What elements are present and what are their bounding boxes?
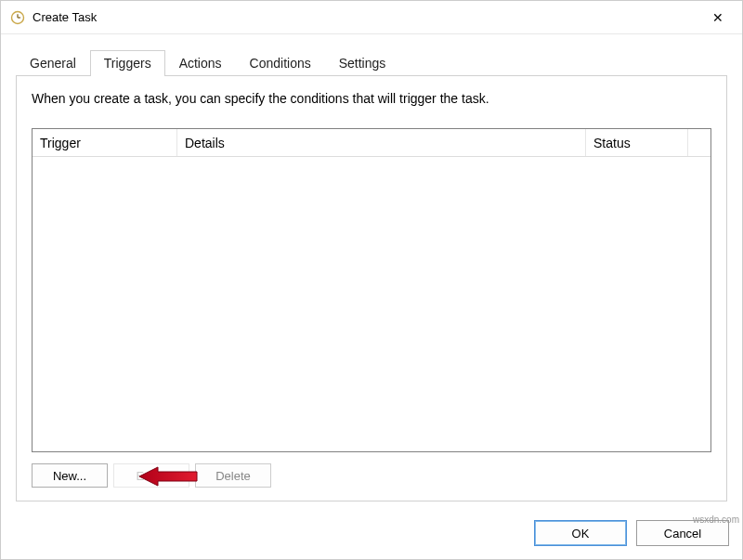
- triggers-panel: When you create a task, you can specify …: [16, 75, 727, 501]
- ok-button[interactable]: OK: [534, 520, 627, 546]
- tab-triggers[interactable]: Triggers: [90, 50, 165, 76]
- table-body-empty: [33, 157, 710, 451]
- panel-description: When you create a task, you can specify …: [32, 91, 711, 106]
- titlebar: Create Task ✕: [1, 1, 742, 34]
- clock-icon: [10, 10, 25, 25]
- tab-strip: General Triggers Actions Conditions Sett…: [16, 47, 727, 75]
- create-task-window: Create Task ✕ General Triggers Actions C…: [0, 0, 743, 560]
- col-header-status[interactable]: Status: [586, 129, 688, 156]
- edit-trigger-button[interactable]: Edit...: [113, 463, 189, 488]
- dialog-content: General Triggers Actions Conditions Sett…: [1, 34, 742, 511]
- tab-conditions[interactable]: Conditions: [236, 50, 325, 76]
- tab-actions[interactable]: Actions: [165, 50, 236, 76]
- table-header: Trigger Details Status: [33, 129, 710, 157]
- window-title: Create Task: [33, 10, 699, 24]
- col-header-pad: [688, 129, 710, 156]
- tab-general[interactable]: General: [16, 50, 90, 76]
- close-icon: ✕: [712, 10, 723, 25]
- close-button[interactable]: ✕: [699, 4, 736, 32]
- delete-trigger-button[interactable]: Delete: [195, 463, 271, 488]
- tab-settings[interactable]: Settings: [325, 50, 400, 76]
- watermark-text: wsxdn.com: [693, 514, 739, 525]
- col-header-details[interactable]: Details: [177, 129, 586, 156]
- dialog-button-row: OK Cancel: [1, 511, 742, 559]
- new-trigger-button[interactable]: New...: [32, 463, 108, 488]
- triggers-table[interactable]: Trigger Details Status: [32, 128, 711, 452]
- trigger-button-row: New... Edit... Delete: [32, 463, 711, 488]
- col-header-trigger[interactable]: Trigger: [33, 129, 177, 156]
